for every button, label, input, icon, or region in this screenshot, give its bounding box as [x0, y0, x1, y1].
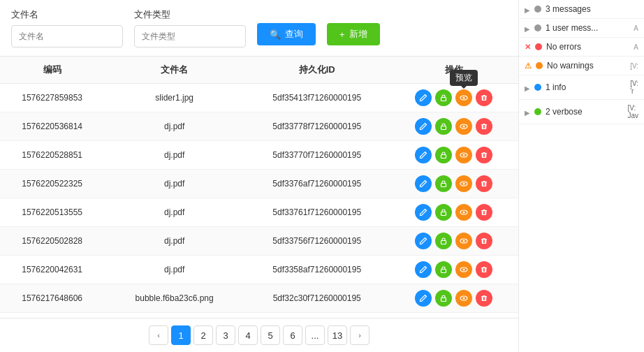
edit-button[interactable] — [415, 204, 432, 221]
table-row: 1576220042631 dj.pdf 5df3358af7126000019… — [0, 256, 518, 284]
messages-label: 3 messages — [546, 4, 638, 14]
panel-no-errors[interactable]: ✕ No errors A — [519, 38, 644, 57]
view-btn-wrapper — [455, 233, 472, 249]
table-row: 1576220502828 dj.pdf 5df33756f7126000019… — [0, 227, 518, 256]
delete-button[interactable] — [476, 233, 492, 249]
delete-btn-wrapper — [476, 261, 492, 278]
cell-pid: 5df33778f71260000195 — [244, 112, 389, 141]
edit-button[interactable] — [415, 118, 432, 135]
lock-button[interactable] — [435, 175, 452, 192]
delete-button[interactable] — [476, 89, 492, 106]
edit-button[interactable] — [415, 175, 432, 192]
cell-id: 1576220042631 — [0, 256, 104, 284]
table-row: 1576220528851 dj.pdf 5df33770f7126000019… — [0, 141, 518, 170]
col-filename: 文件名 — [104, 57, 244, 84]
col-pid: 持久化ID — [244, 57, 389, 84]
delete-button[interactable] — [476, 175, 492, 192]
svg-rect-0 — [441, 98, 446, 101]
page-6-button[interactable]: 6 — [283, 325, 302, 345]
edit-button[interactable] — [415, 89, 432, 106]
svg-rect-3 — [441, 126, 446, 130]
cell-id: 1576220502828 — [0, 227, 104, 256]
panel-no-warnings[interactable]: ⚠ No warnings [V: — [519, 57, 644, 75]
errors-dot — [535, 43, 542, 50]
add-button[interactable]: + 新增 — [327, 23, 380, 45]
page-1-button[interactable]: 1 — [171, 325, 191, 345]
edit-button[interactable] — [415, 233, 432, 249]
cell-pid: 5df33761f71260000195 — [244, 198, 389, 227]
view-button[interactable] — [455, 147, 472, 163]
view-button[interactable] — [455, 175, 472, 192]
panel-verbose[interactable]: ▶ 2 verbose [V: Jav — [519, 100, 644, 124]
search-icon: 🔍 — [270, 29, 281, 40]
cell-id: 1576220522325 — [0, 170, 104, 198]
filetype-input[interactable] — [134, 25, 246, 47]
filetype-group: 文件类型 — [134, 8, 246, 47]
delete-button[interactable] — [476, 147, 492, 163]
page-13-button[interactable]: 13 — [328, 325, 347, 345]
error-x-icon: ✕ — [525, 43, 531, 52]
table-row: 1576217648606 bubble.f6ba23c6.png 5df32c… — [0, 284, 518, 313]
edit-btn-wrapper — [415, 233, 432, 249]
lock-button[interactable] — [435, 290, 452, 307]
view-button[interactable] — [455, 89, 472, 106]
page-4-button[interactable]: 4 — [238, 325, 258, 345]
cell-id: 1576220536814 — [0, 112, 104, 141]
cell-pid: 5df33756f71260000195 — [244, 227, 389, 256]
prev-page-button[interactable]: ‹ — [149, 325, 168, 345]
cell-actions: 预览 — [389, 84, 518, 112]
next-page-button[interactable]: › — [350, 325, 369, 345]
view-btn-wrapper — [455, 175, 472, 192]
view-button[interactable] — [455, 118, 472, 135]
page-5-button[interactable]: 5 — [261, 325, 280, 345]
delete-button[interactable] — [476, 204, 492, 221]
cell-pid: 5df35413f71260000195 — [244, 84, 389, 112]
cell-filename: dj.pdf — [104, 227, 244, 256]
filename-label: 文件名 — [11, 8, 123, 21]
panel-info[interactable]: ▶ 1 info [V: 'r — [519, 75, 644, 100]
lock-button[interactable] — [435, 147, 452, 163]
messages-dot — [534, 6, 541, 13]
cell-actions — [389, 313, 518, 318]
lock-button[interactable] — [435, 204, 452, 221]
svg-point-11 — [463, 183, 465, 185]
svg-rect-6 — [441, 155, 446, 159]
user-messages-dot — [534, 24, 541, 31]
cell-filename: slider1.jpg — [104, 84, 244, 112]
no-errors-label: No errors — [546, 42, 629, 52]
svg-rect-18 — [441, 270, 446, 273]
cell-pid: 5df3376af71260000195 — [244, 170, 389, 198]
delete-button[interactable] — [476, 118, 492, 135]
filetype-label: 文件类型 — [134, 8, 246, 21]
edit-btn-wrapper — [415, 147, 432, 163]
table-row: 1576220536814 dj.pdf 5df33778f7126000019… — [0, 112, 518, 141]
col-actions: 操作 — [389, 57, 518, 84]
lock-button[interactable] — [435, 261, 452, 278]
edit-button[interactable] — [415, 147, 432, 163]
delete-button[interactable] — [476, 290, 492, 307]
lock-button[interactable] — [435, 233, 452, 249]
view-button[interactable] — [455, 204, 472, 221]
panel-user-messages[interactable]: ▶ 1 user mess... A — [519, 19, 644, 38]
lock-btn-wrapper — [435, 261, 452, 278]
view-button[interactable] — [455, 233, 472, 249]
file-table: 编码 文件名 持久化ID 操作 1576227859853 slider1.jp… — [0, 57, 518, 318]
lock-button[interactable] — [435, 89, 452, 106]
warning-icon: ⚠ — [525, 61, 532, 71]
page-2-button[interactable]: 2 — [193, 325, 213, 345]
filename-input[interactable] — [11, 25, 123, 47]
edit-button[interactable] — [415, 261, 432, 278]
pagination: ‹ 1 2 3 4 5 6 ... 13 › — [0, 318, 518, 352]
edit-button[interactable] — [415, 290, 432, 307]
page-3-button[interactable]: 3 — [216, 325, 235, 345]
panel-messages[interactable]: ▶ 3 messages — [519, 0, 644, 19]
delete-button[interactable] — [476, 261, 492, 278]
query-button[interactable]: 🔍 查询 — [257, 23, 316, 45]
view-button[interactable] — [455, 261, 472, 278]
cell-id: 1576220513555 — [0, 198, 104, 227]
table-wrapper: 编码 文件名 持久化ID 操作 1576227859853 slider1.jp… — [0, 57, 518, 318]
view-button[interactable] — [455, 290, 472, 307]
lock-button[interactable] — [435, 118, 452, 135]
edit-btn-wrapper — [415, 204, 432, 221]
add-label: 新增 — [349, 28, 367, 41]
